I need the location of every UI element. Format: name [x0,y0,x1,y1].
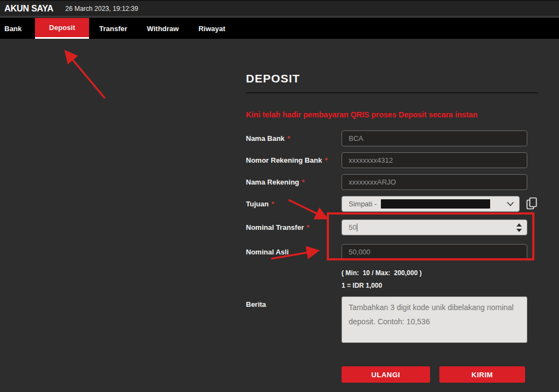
spinner-down-icon[interactable] [516,229,522,232]
tab-bank[interactable]: Bank [0,18,35,39]
tujuan-select[interactable]: Simpati - [342,196,520,212]
min-max-hint: ( Min: 10 / Max: 200,000 ) [342,269,538,277]
tab-transfer[interactable]: Transfer [89,18,137,39]
heading-divider [246,92,538,93]
required-asterisk: * [325,156,327,164]
nama-bank-input[interactable] [342,130,527,146]
main-nav: Bank Deposit Transfer Withdraw Riwayat [0,18,559,39]
nama-rekening-input[interactable] [342,174,527,190]
label-text: Berita [246,300,266,308]
chevron-down-icon [507,202,514,206]
rate-hint: 1 = IDR 1,000 [342,282,538,289]
required-asterisk: * [307,223,309,231]
nominal-transfer-input[interactable]: 50 [342,219,527,235]
nama-rekening-label: Nama Rekening* [246,174,342,186]
copy-icon[interactable] [525,197,538,213]
deposit-heading: DEPOSIT [246,72,538,85]
label-text: Nama Rekening [246,178,299,186]
redaction-bar [381,199,490,209]
ulangi-button[interactable]: ULANGI [342,366,430,383]
tujuan-label: Tujuan* [246,196,342,208]
arrow-to-deposit-tab [66,51,105,98]
berita-label: Berita [246,296,342,308]
label-text: Nominal Transfer [246,223,304,231]
required-asterisk: * [302,178,305,186]
deposit-form: Nama Bank* Nomor Rekening Bank* Nama Rek… [246,130,538,383]
tab-riwayat[interactable]: Riwayat [189,18,235,39]
timestamp: 26 March 2023, 19:12:39 [65,5,138,13]
tujuan-selected-value: Simpati - [349,200,376,208]
nomor-rekening-input[interactable] [342,152,527,168]
field-row-berita: Berita Tambahkan 3 digit kode unik dibel… [246,296,538,343]
field-row-nama-bank: Nama Bank* [246,130,538,146]
field-row-nomor-rekening: Nomor Rekening Bank* [246,152,538,168]
spinner-up-icon[interactable] [516,223,522,227]
tab-withdraw[interactable]: Withdraw [137,18,189,39]
field-row-nominal-asli: Nominal Asli [246,244,538,260]
nominal-transfer-value: 50 [349,223,356,231]
required-asterisk: * [272,200,274,208]
nominal-asli-label: Nominal Asli [246,244,342,256]
qris-promo-text: Kini telah hadir pembayaran QRIS proses … [246,110,538,119]
label-text: Tujuan [246,200,269,208]
page-title: AKUN SAYA [4,4,53,14]
label-text: Nama Bank [246,134,285,142]
nama-bank-label: Nama Bank* [246,130,342,142]
nomor-rekening-label: Nomor Rekening Bank* [246,152,342,164]
tab-deposit[interactable]: Deposit [35,18,90,39]
required-asterisk: * [287,134,290,142]
field-row-tujuan: Tujuan* Simpati - [246,196,538,213]
berita-textarea[interactable]: Tambahkan 3 digit kode unik dibelakang n… [342,296,527,343]
nominal-asli-input[interactable] [342,244,527,260]
nominal-transfer-label: Nominal Transfer* [246,219,342,231]
form-actions: ULANGI KIRIM [342,366,538,383]
field-row-nominal-transfer: Nominal Transfer* 50 [246,219,538,235]
field-row-nama-rekening: Nama Rekening* [246,174,538,190]
top-bar: AKUN SAYA 26 March 2023, 19:12:39 [0,1,559,17]
text-cursor [357,223,357,231]
label-text: Nominal Asli [246,248,289,256]
deposit-panel: DEPOSIT Kini telah hadir pembayaran QRIS… [246,72,538,383]
kirim-button[interactable]: KIRIM [439,366,525,383]
number-spinner[interactable] [515,220,523,235]
label-text: Nomor Rekening Bank [246,156,322,164]
